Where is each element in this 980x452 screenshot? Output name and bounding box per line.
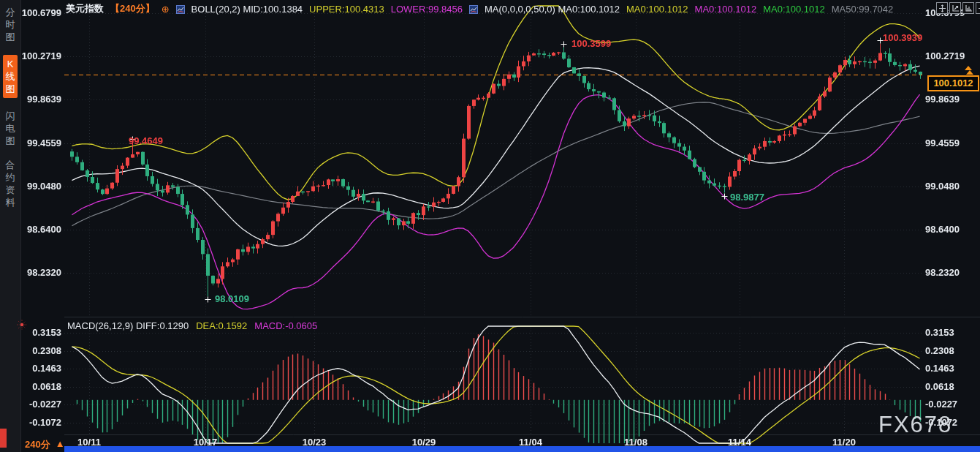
macd-diff-value: MACD(26,12,9) DIFF:0.1290 [67, 320, 189, 331]
ma-green-value: MA0:100.1012 [763, 4, 825, 15]
trading-app: { "header": { "symbol": "美元指数", "timefra… [0, 0, 980, 452]
timeframe-label: 【240分】 [110, 2, 155, 15]
sidebar: 分时图K线图闪电图合约资料 [0, 0, 21, 452]
pan-icon[interactable] [936, 2, 948, 14]
ma-yellow-value: MA0:100.1012 [626, 4, 688, 15]
sidebar-item-contract-info[interactable]: 合约资料 [3, 159, 18, 208]
scale-axis-icon[interactable] [962, 2, 974, 14]
sidebar-item-kline-chart[interactable]: K线图 [3, 55, 18, 98]
bottom-scrollbar[interactable] [64, 446, 980, 452]
fx678-watermark: FX678 [878, 412, 952, 438]
chart-toolbar [936, 2, 980, 14]
ma-magenta-value: MA0:100.1012 [695, 4, 757, 15]
boll-upper-value: UPPER:100.4313 [309, 4, 384, 15]
fit-chart-icon[interactable] [949, 2, 961, 14]
add-indicator-icon[interactable]: ⊕ [162, 4, 170, 15]
timeframe-selector[interactable]: 240分 ▲ [25, 438, 65, 451]
current-price-tag: 100.1012 [927, 75, 979, 91]
boll-chart-icon [176, 5, 185, 14]
ma-chart-icon [469, 5, 478, 14]
indicator-header: 美元指数 【240分】 ⊕ BOLL(20,2) MID:100.1384 UP… [66, 2, 893, 15]
timeframe-arrow-icon: ▲ [56, 438, 65, 451]
ma-white-value: MA(0,0,0,0,50,0) MA0:100.1012 [485, 4, 620, 15]
sidebar-alert-block [0, 429, 7, 448]
macd-dea-value: DEA:0.1592 [196, 320, 247, 331]
sidebar-item-time-share-chart[interactable]: 分时图 [3, 6, 18, 43]
price-up-arrow-icon [966, 70, 973, 75]
price-chart-canvas[interactable] [0, 0, 980, 452]
indicator-settings-icon[interactable] [17, 320, 27, 333]
boll-mid-value: BOLL(20,2) MID:100.1384 [191, 4, 303, 15]
sidebar-item-flash-chart[interactable]: 闪电图 [3, 110, 18, 147]
boll-lower-value: LOWER:99.8456 [391, 4, 463, 15]
collapse-panel-icon[interactable] [976, 2, 980, 14]
ma50-value: MA50:99.7042 [832, 4, 894, 15]
symbol-name: 美元指数 [66, 2, 104, 15]
macd-header: MACD(26,12,9) DIFF:0.1290 DEA:0.1592 MAC… [67, 320, 317, 331]
timeframe-value[interactable]: 240分 [25, 438, 50, 451]
macd-hist-value: MACD:-0.0605 [254, 320, 317, 331]
